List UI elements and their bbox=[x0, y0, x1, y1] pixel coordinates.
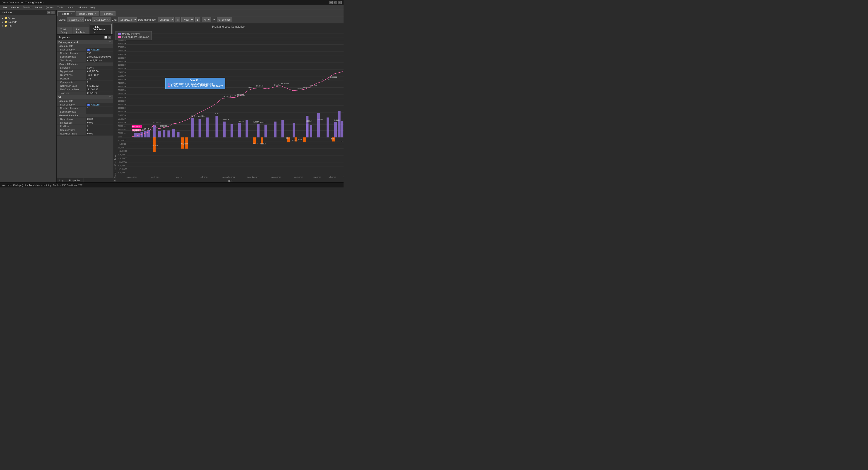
sub-tab-total-equity[interactable]: Total Equity bbox=[58, 27, 72, 34]
sub-tab-risk-analysis[interactable]: Risk Analysis bbox=[73, 27, 89, 34]
prev-arrow[interactable]: ◀ bbox=[175, 17, 180, 22]
menu-file[interactable]: File bbox=[1, 6, 9, 9]
menu-layout[interactable]: Layout bbox=[65, 6, 76, 9]
svg-text:€1,340: €1,340 bbox=[191, 115, 195, 117]
end-date-select[interactable]: 18/03/2014 bbox=[118, 17, 137, 22]
bottom-tab-properties[interactable]: Properties bbox=[66, 179, 83, 183]
svg-text:€50,910.05: €50,910.05 bbox=[281, 83, 289, 85]
svg-rect-170 bbox=[341, 121, 344, 137]
props-val-leverage: 0.00% bbox=[86, 66, 113, 69]
tab-reports[interactable]: Reports ✕ bbox=[58, 11, 75, 16]
svg-text:-€12,000.00: -€12,000.00 bbox=[118, 150, 127, 152]
nav-tree: ▶ 📁 Views ▶ 📁 Reports ▶ 📁 Tax bbox=[0, 15, 56, 29]
menu-import[interactable]: Import bbox=[33, 6, 44, 9]
y-axis-label: Profit and Loss Cumulative bbox=[113, 30, 118, 183]
nav-item-reports[interactable]: ▶ 📁 Reports bbox=[0, 20, 56, 24]
dates-select[interactable]: Custom... bbox=[67, 17, 84, 22]
props-restore-icon[interactable]: ⬜ bbox=[104, 36, 107, 39]
start-date-select[interactable]: 17/12/2010 bbox=[92, 17, 111, 22]
svg-text:€21,000.00: €21,000.00 bbox=[118, 111, 127, 113]
svg-text:€494.45: €494.45 bbox=[144, 128, 149, 130]
gear-icon: ⚙ bbox=[218, 18, 221, 21]
svg-text:-€317.30: -€317.30 bbox=[253, 143, 258, 144]
props-row-net-comm: Net Comm In Base -€1,262.35 bbox=[57, 88, 113, 91]
props-key-v2-num-trades: Number of trades bbox=[57, 106, 86, 110]
svg-text:€16,299.55: €16,299.55 bbox=[306, 120, 312, 122]
props-row-v2-positions: Positions 0 bbox=[57, 125, 113, 128]
menu-account[interactable]: Account bbox=[9, 6, 21, 9]
bottom-tabs: Log Properties bbox=[57, 178, 113, 183]
svg-text:€42,850.23: €42,850.23 bbox=[256, 85, 264, 87]
svg-text:€62,174.32: €62,174.32 bbox=[322, 79, 329, 81]
statusbar-text: You have 73 day(s) of subscription remai… bbox=[2, 184, 83, 187]
svg-text:€5,021.00: €5,021.00 bbox=[334, 119, 340, 121]
all-select[interactable]: All bbox=[202, 17, 211, 22]
minimize-button[interactable]: — bbox=[329, 1, 333, 4]
svg-rect-116 bbox=[303, 137, 306, 143]
svg-text:€72,000.00: €72,000.00 bbox=[118, 50, 127, 52]
menu-quotes[interactable]: Quotes bbox=[44, 6, 56, 9]
props-row-v2-open-positions: Open positions 0 bbox=[57, 128, 113, 132]
tab-trade-blotter-close[interactable]: ✕ bbox=[94, 13, 96, 15]
next-arrow[interactable]: ▶ bbox=[195, 17, 200, 22]
svg-text:€75,000.00: €75,000.00 bbox=[118, 46, 127, 49]
sub-tab-pl-cumulative[interactable]: P & L Cumulative ✕ bbox=[90, 24, 112, 34]
menu-window[interactable]: Window bbox=[76, 6, 89, 9]
menu-tools[interactable]: Tools bbox=[56, 6, 65, 9]
props-key-total-equity: Total Equity bbox=[57, 59, 86, 62]
week-select[interactable]: Week bbox=[181, 17, 194, 22]
props-v2-label: V2 bbox=[58, 96, 61, 98]
menu-trading[interactable]: Trading bbox=[21, 6, 33, 9]
tab-trade-blotter[interactable]: Trade Blotter ✕ bbox=[76, 11, 99, 16]
svg-text:€66,000.00: €66,000.00 bbox=[118, 57, 127, 59]
close-button[interactable]: ✕ bbox=[338, 1, 342, 4]
props-close-icon[interactable]: ✕ bbox=[108, 36, 111, 39]
props-val-v2-open-positions: 0 bbox=[86, 128, 113, 132]
props-section-arrow: ▼ bbox=[109, 41, 111, 43]
props-row-net-pl: Net P&L In Base €40,477.82 bbox=[57, 84, 113, 88]
navigator-icon-2[interactable]: ✕ bbox=[52, 11, 55, 14]
props-key-v2-open-positions: Open positions bbox=[57, 128, 86, 132]
svg-rect-94 bbox=[215, 116, 218, 137]
props-key-import-date: Last import date bbox=[57, 55, 86, 59]
tooltip-title: June 2011 bbox=[168, 79, 223, 82]
sub-tab-pl-close[interactable]: ✕ bbox=[94, 31, 96, 33]
navigator-icons: ⊞ ✕ bbox=[47, 11, 55, 14]
sub-tab-total-equity-label: Total Equity bbox=[60, 28, 67, 33]
svg-text:€51,170.40: €51,170.40 bbox=[274, 84, 281, 86]
maximize-button[interactable]: ❐ bbox=[334, 1, 337, 4]
props-key-num-trades: Number of trades bbox=[57, 52, 86, 55]
props-val-import-date: 28/06/2013 5:00:00 PM bbox=[86, 55, 113, 59]
props-val-open-positions: 0 bbox=[86, 81, 113, 84]
arrow-icon: ▶ bbox=[2, 17, 3, 19]
svg-text:Date: Date bbox=[228, 180, 233, 183]
menu-help[interactable]: Help bbox=[89, 6, 97, 9]
svg-text:€42,000.00: €42,000.00 bbox=[118, 86, 127, 88]
nav-item-views[interactable]: ▶ 📁 Views bbox=[0, 16, 56, 20]
date-filter-select[interactable]: Exit Date bbox=[158, 17, 174, 22]
legend-item-monthly: Monthly profit loss bbox=[118, 33, 149, 35]
svg-rect-169 bbox=[334, 122, 337, 137]
svg-text:€30,422.31: €30,422.31 bbox=[237, 94, 245, 96]
tab-positions[interactable]: Positions bbox=[100, 11, 116, 16]
svg-text:€41,550: €41,550 bbox=[248, 86, 254, 89]
settings-button[interactable]: ⚙ Settings bbox=[217, 17, 232, 22]
tab-reports-close[interactable]: ✕ bbox=[71, 13, 72, 15]
svg-text:€8,165.83: €8,165.83 bbox=[153, 145, 158, 147]
nav-item-tax[interactable]: ▶ 📁 Tax bbox=[0, 24, 56, 28]
props-row-v2-import-date: Last import date bbox=[57, 110, 113, 114]
bottom-tab-log[interactable]: Log bbox=[57, 179, 66, 183]
folder-icon: 📁 bbox=[4, 17, 7, 20]
svg-text:March 2012: March 2012 bbox=[294, 176, 303, 179]
svg-text:€60,000.00: €60,000.00 bbox=[118, 64, 127, 66]
props-subsection-v2-account-info: Account Info bbox=[57, 99, 113, 103]
props-val-total-risk: €1,573.24 bbox=[86, 91, 113, 95]
svg-text:€36,000.00: €36,000.00 bbox=[118, 93, 127, 95]
svg-rect-107 bbox=[338, 111, 341, 137]
svg-text:€12,760.76: €12,760.76 bbox=[153, 121, 160, 124]
navigator-icon-1[interactable]: ⊞ bbox=[47, 11, 51, 14]
props-key-net-pl: Net P&L In Base bbox=[57, 84, 86, 88]
svg-text:€30,729: €30,729 bbox=[230, 94, 236, 96]
dates-label: Dates: bbox=[58, 18, 66, 21]
svg-rect-85 bbox=[153, 125, 156, 138]
